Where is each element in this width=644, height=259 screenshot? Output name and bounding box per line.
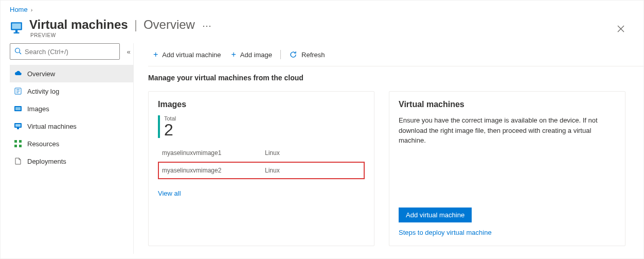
main-headline: Manage your virtual machines from the cl… (148, 74, 631, 82)
more-actions-icon[interactable]: ⋯ (201, 20, 211, 31)
svg-rect-13 (15, 124, 21, 127)
image-os: Linux (265, 167, 316, 174)
total-accent-bar (158, 115, 160, 138)
activity-log-icon (14, 87, 22, 95)
svg-point-4 (15, 48, 20, 53)
image-name: myaselinuxvmimage2 (162, 167, 265, 174)
plus-icon: + (231, 50, 236, 59)
search-icon (14, 47, 22, 56)
sidebar-item-virtual-machines[interactable]: Virtual machines (10, 117, 133, 135)
svg-rect-15 (14, 140, 17, 143)
view-all-link[interactable]: View all (158, 189, 181, 197)
collapse-sidebar-icon[interactable]: « (124, 48, 133, 56)
add-vm-primary-button[interactable]: Add virtual machine (399, 208, 472, 222)
total-value: 2 (164, 122, 176, 138)
sidebar: « Overview Activity log Images Virtual m… (1, 43, 133, 254)
sidebar-item-deployments[interactable]: Deployments (10, 152, 133, 170)
sidebar-item-resources[interactable]: Resources (10, 135, 133, 152)
plus-icon: + (153, 50, 158, 59)
table-row[interactable]: myaselinuxvmimage2 Linux (158, 162, 365, 179)
svg-rect-1 (12, 23, 21, 29)
close-button[interactable] (613, 21, 629, 37)
add-image-button[interactable]: + Add image (226, 43, 278, 66)
vm-icon (14, 122, 22, 130)
svg-rect-17 (14, 145, 17, 147)
svg-rect-3 (14, 32, 20, 33)
sidebar-item-overview[interactable]: Overview (10, 65, 133, 82)
vm-card-title: Virtual machines (399, 100, 616, 109)
search-input[interactable] (25, 48, 115, 56)
images-card: Images Total 2 myaselinuxvmimage1 Linux … (148, 91, 374, 246)
deployments-icon (14, 157, 22, 165)
sidebar-item-activity-log[interactable]: Activity log (10, 82, 133, 100)
page-subtitle: Overview (144, 18, 195, 32)
toolbar-divider (280, 50, 281, 59)
resources-icon (14, 140, 22, 148)
steps-link[interactable]: Steps to deploy virtual machine (399, 229, 616, 236)
svg-rect-18 (19, 145, 22, 147)
chevron-right-icon: › (31, 7, 33, 13)
page-title: Virtual machines (29, 18, 128, 32)
main-content: + Add virtual machine + Add image Refres… (133, 43, 643, 254)
search-input-wrapper[interactable] (10, 43, 120, 60)
add-vm-button[interactable]: + Add virtual machine (148, 43, 226, 66)
breadcrumb-home[interactable]: Home (10, 6, 28, 13)
images-card-title: Images (158, 100, 365, 109)
svg-rect-14 (17, 128, 19, 129)
vm-card: Virtual machines Ensure you have the cor… (389, 91, 625, 246)
svg-rect-2 (15, 30, 17, 32)
sidebar-item-images[interactable]: Images (10, 100, 133, 117)
preview-badge: PREVIEW (29, 32, 211, 38)
image-name: myaselinuxvmimage1 (162, 149, 265, 157)
page-header: Virtual machines | Overview ⋯ PREVIEW (1, 13, 643, 43)
toolbar: + Add virtual machine + Add image Refres… (148, 43, 631, 66)
vm-header-icon (10, 21, 23, 34)
svg-rect-16 (19, 140, 22, 143)
cloud-icon (14, 70, 22, 78)
images-icon (14, 105, 22, 113)
refresh-icon (289, 50, 297, 59)
image-os: Linux (265, 149, 316, 157)
table-row[interactable]: myaselinuxvmimage1 Linux (158, 144, 365, 162)
vm-card-description: Ensure you have the correct image is ava… (399, 115, 616, 146)
refresh-button[interactable]: Refresh (284, 43, 330, 66)
svg-line-5 (20, 52, 22, 54)
breadcrumb: Home › (1, 1, 643, 13)
svg-rect-11 (15, 107, 21, 110)
